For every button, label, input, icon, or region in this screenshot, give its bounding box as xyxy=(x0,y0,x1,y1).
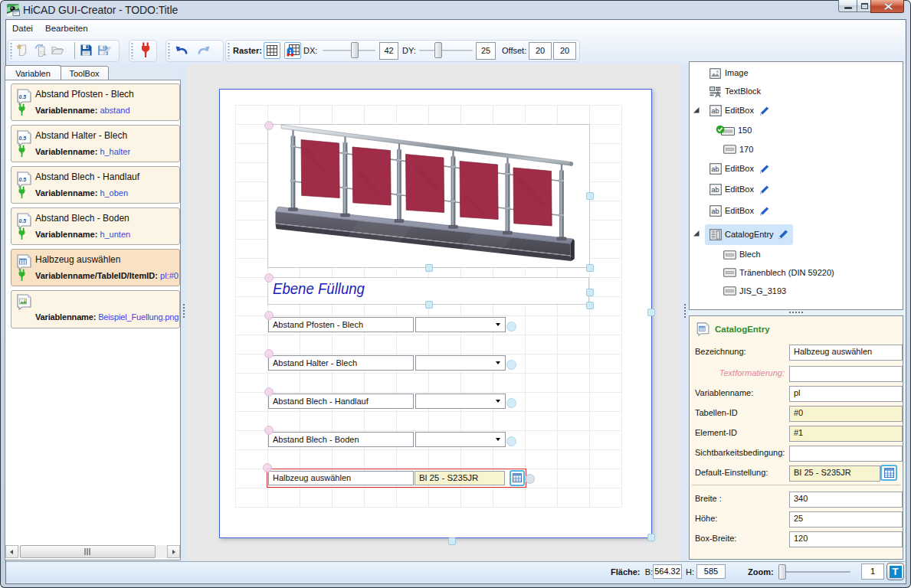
svg-text:ab: ab xyxy=(712,186,719,194)
svg-text:0.5: 0.5 xyxy=(19,136,27,141)
svg-text:0.5: 0.5 xyxy=(19,218,27,224)
svg-text:0.5: 0.5 xyxy=(19,177,27,182)
svg-text:0.5: 0.5 xyxy=(19,94,27,100)
svg-text:ab: ab xyxy=(712,207,719,215)
svg-text:ab: ab xyxy=(712,107,719,115)
svg-text:ab: ab xyxy=(712,165,719,173)
